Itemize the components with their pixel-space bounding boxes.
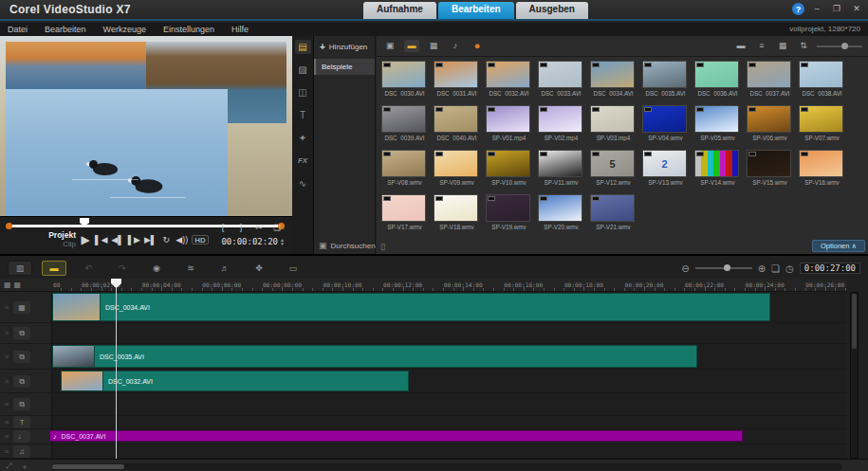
timeline-horizontal-scrollbar[interactable] xyxy=(52,463,841,470)
track-enable-icon[interactable]: ≡ xyxy=(5,419,9,426)
track-enable-icon[interactable]: ≡ xyxy=(5,353,9,360)
home-icon[interactable]: ▌◀ xyxy=(95,233,107,246)
project-duration-icon[interactable]: ◷ xyxy=(785,263,794,274)
library-item[interactable]: SP-V01.mp4 xyxy=(483,103,535,148)
library-item[interactable]: SP-V09.wmv xyxy=(431,148,483,192)
end-icon[interactable]: ▶▌ xyxy=(144,233,157,246)
track-resize-icon[interactable]: ⤢ xyxy=(6,462,11,471)
library-item[interactable]: SP-V03.mp4 xyxy=(587,103,639,148)
track-add-icon[interactable]: ＋ xyxy=(21,462,28,471)
track-enable-icon[interactable]: ≡ xyxy=(5,448,9,455)
timecode-stepper[interactable]: ▲▼ xyxy=(280,238,285,245)
library-item[interactable]: SP-V16.wmv xyxy=(796,148,848,192)
library-item[interactable]: SP-V10.wmv xyxy=(483,148,535,192)
tab-bearbeiten[interactable]: Bearbeiten xyxy=(438,2,514,19)
browse-button[interactable]: ▣ Durchsuchen xyxy=(314,241,380,250)
filters-icon[interactable]: FX xyxy=(295,154,311,168)
scrubber-handle[interactable] xyxy=(80,218,89,226)
zoom-in-icon[interactable]: ⊕ xyxy=(758,263,766,274)
video-preview[interactable] xyxy=(0,36,292,216)
tab-aufnahme[interactable]: Aufnahme xyxy=(363,2,436,19)
redo-icon[interactable]: ↷ xyxy=(110,261,135,276)
library-item[interactable]: DSC_0033.AVI xyxy=(535,59,587,103)
library-item[interactable]: SP-V08.wmv xyxy=(379,148,431,192)
graphics-icon[interactable]: ✦ xyxy=(295,131,311,145)
timeline-clip[interactable]: DSC_0035.AVI xyxy=(52,345,697,368)
library-item[interactable]: 2SP-V13.wmv xyxy=(639,148,692,192)
help-icon[interactable]: ? xyxy=(792,3,804,15)
timeline-clip[interactable]: ♪DSC_0037.AVI xyxy=(49,430,743,442)
fit-project-icon[interactable]: ❏ xyxy=(771,263,780,274)
timeline-zoom-slider[interactable] xyxy=(695,267,752,269)
library-item[interactable]: DSC_0030.AVI xyxy=(379,59,431,103)
auto-music-icon[interactable]: ♬ xyxy=(212,261,237,276)
info-page-icon[interactable]: ▯ xyxy=(380,242,385,251)
thumbnail-view-icon[interactable]: ▬ xyxy=(733,40,748,52)
library-item[interactable]: SP-V14.wmv xyxy=(692,148,744,192)
motion-tracking-icon[interactable]: ✥ xyxy=(247,261,271,276)
titles-icon[interactable]: T xyxy=(295,108,311,122)
minimize-button[interactable]: – xyxy=(809,2,824,15)
play-icon[interactable]: ▶ xyxy=(80,233,91,246)
subtitle-editor-icon[interactable]: ▭ xyxy=(281,261,305,276)
menu-werkzeuge[interactable]: Werkzeuge xyxy=(95,25,155,34)
menu-bearbeiten[interactable]: Bearbeiten xyxy=(36,25,95,34)
library-item[interactable]: SP-V02.mp4 xyxy=(535,103,587,148)
photo-filter-icon[interactable]: ▦ xyxy=(426,40,441,52)
project-duration[interactable]: 0:00:27:00 xyxy=(800,263,860,274)
menu-einstellungen[interactable]: Einstellungen xyxy=(155,25,223,34)
repeat-icon[interactable]: ↻ xyxy=(160,233,172,246)
mark-out-icon[interactable]: ] xyxy=(235,221,247,234)
voice-track-header[interactable]: ≡♩ xyxy=(0,429,52,444)
enlarge-preview-icon[interactable]: ❏ xyxy=(271,221,283,234)
library-item[interactable]: DSC_0037.AVI xyxy=(744,59,796,103)
library-item[interactable]: DSC_0036.AVI xyxy=(692,59,744,103)
next-frame-icon[interactable]: ▌▶ xyxy=(128,233,140,246)
library-item[interactable]: SP-V21.wmv xyxy=(587,192,639,237)
library-item[interactable]: SP-V04.wmv xyxy=(639,103,692,148)
track-manager-corner[interactable]: ▦▦ xyxy=(0,279,52,292)
menu-hilfe[interactable]: Hilfe xyxy=(223,25,257,34)
library-item[interactable]: SP-V17.wmv xyxy=(379,192,431,237)
close-button[interactable]: ✕ xyxy=(849,2,864,15)
sort-icon[interactable]: ⇅ xyxy=(796,40,811,52)
storyboard-view-icon[interactable]: ▥ xyxy=(8,261,32,276)
timeline-clip[interactable]: DSC_0034.AVI xyxy=(52,293,770,321)
track-enable-icon[interactable]: ≡ xyxy=(5,433,9,440)
library-item[interactable]: DSC_0034.AVI xyxy=(587,59,639,103)
library-item[interactable]: SP-V06.wmv xyxy=(744,103,796,148)
overlay-track-3-header[interactable]: ≡⧉ xyxy=(0,370,52,392)
library-item[interactable]: DSC_0032.AVI xyxy=(483,59,535,103)
overlay-track-4-header[interactable]: ≡⧉ xyxy=(0,393,52,415)
grid-view-icon[interactable]: ▦ xyxy=(775,40,790,52)
track-manager-icon[interactable]: ▦ xyxy=(14,281,22,289)
undo-icon[interactable]: ↶ xyxy=(76,261,101,276)
track-enable-icon[interactable]: ≡ xyxy=(5,304,9,311)
title-track-header[interactable]: ≡T xyxy=(0,416,52,428)
overlay-track-2-header[interactable]: ≡⧉ xyxy=(0,344,52,369)
track-manager-icon[interactable]: ▦ xyxy=(4,281,11,289)
record-capture-icon[interactable]: ◉ xyxy=(144,261,169,276)
video-filter-icon[interactable]: ▬ xyxy=(404,40,419,52)
timeline-ruler[interactable]: 00:00:00:0000:00:02:0000:00:04:0000:00:0… xyxy=(52,279,847,292)
library-item[interactable]: SP-V19.wmv xyxy=(483,192,535,237)
media-sphere-icon[interactable]: ● xyxy=(470,40,485,52)
library-item[interactable]: SP-V15.wmv xyxy=(744,148,796,192)
library-item[interactable]: SP-V20.wmv xyxy=(535,192,587,237)
tab-ausgeben[interactable]: Ausgeben xyxy=(516,2,588,19)
add-category-button[interactable]: + Hinzufügen xyxy=(314,36,375,57)
library-item[interactable]: SP-V05.wmv xyxy=(692,103,744,148)
timeline-clip[interactable]: DSC_0032.AVI xyxy=(61,371,409,391)
motion-paths-icon[interactable]: ∿ xyxy=(295,176,311,190)
track-enable-icon[interactable]: ≡ xyxy=(5,401,9,408)
volume-icon[interactable]: ◀)) xyxy=(175,233,188,246)
timecode-display[interactable]: 00:00:02:20 xyxy=(221,237,278,246)
library-item[interactable]: DSC_0035.AVI xyxy=(639,59,692,103)
options-button[interactable]: Optionen ∧ xyxy=(812,240,865,252)
restore-button[interactable]: ❐ xyxy=(829,2,844,15)
split-clip-icon[interactable]: ✂ xyxy=(253,221,265,234)
library-item[interactable]: DSC_0039.AVI xyxy=(379,103,431,148)
category-beispiele[interactable]: Beispiele xyxy=(314,59,375,75)
track-enable-icon[interactable]: ≡ xyxy=(5,330,9,336)
mode-projekt[interactable]: Projekt xyxy=(44,230,76,240)
